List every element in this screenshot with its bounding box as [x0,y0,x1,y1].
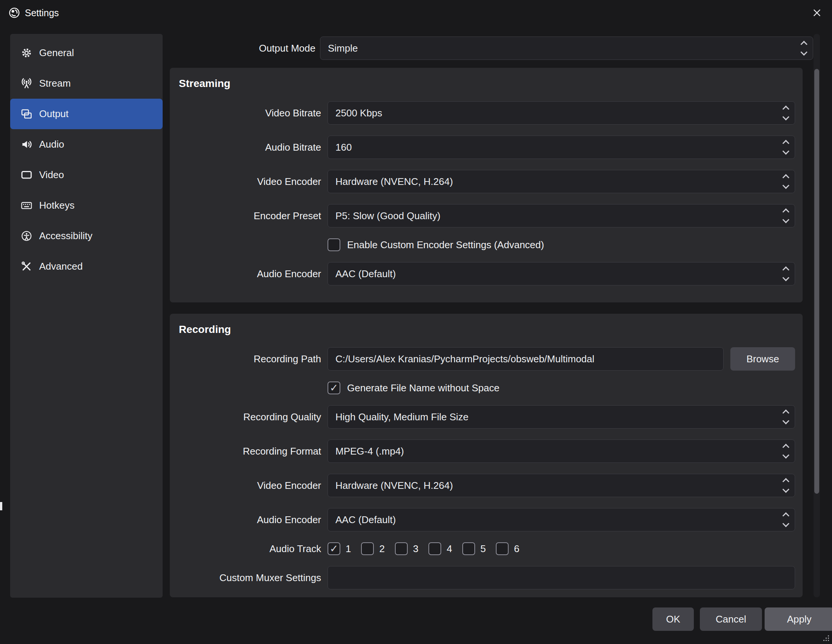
encoder-preset-label: Encoder Preset [179,210,328,222]
recording-format-row: Recording Format MPEG-4 (.mp4) [179,439,803,463]
recording-format-select[interactable]: MPEG-4 (.mp4) [328,439,795,463]
custom-muxer-input[interactable] [328,566,795,590]
resize-grip-icon[interactable] [822,634,830,642]
accessibility-icon [21,230,32,242]
stream-video-encoder-select[interactable]: Hardware (NVENC, H.264) [328,170,795,193]
spinner-arrows[interactable] [784,209,788,222]
output-icon [21,108,32,120]
recording-quality-row: Recording Quality High Quality, Medium F… [179,405,803,429]
output-mode-select[interactable]: Simple [320,37,813,60]
custom-muxer-label: Custom Muxer Settings [179,572,328,584]
audio-track-5-label: 5 [480,543,486,555]
audio-track-4: 4 [429,542,452,555]
video-bitrate-label: Video Bitrate [179,107,328,119]
audio-track-1-checkbox[interactable] [328,542,340,555]
audio-track-3-label: 3 [413,543,418,555]
audio-bitrate-label: Audio Bitrate [179,142,328,153]
spinner-arrows[interactable] [784,445,788,458]
output-mode-row: Output Mode Simple [170,37,813,60]
select-value: Hardware (NVENC, H.264) [336,480,453,492]
audio-track-3-checkbox[interactable] [395,542,408,555]
generate-filename-checkbox-label: Generate File Name without Space [347,382,499,394]
apply-button[interactable]: Apply [765,607,832,631]
audio-encoder-label: Audio Encoder [179,268,328,280]
speaker-icon [21,139,32,150]
recording-quality-label: Recording Quality [179,411,328,423]
sidebar-item-label: Advanced [39,261,83,272]
audio-track-6: 6 [496,542,519,555]
audio-bitrate-select[interactable]: 160 [328,136,795,159]
spinner-arrows[interactable] [784,479,788,492]
sidebar-item-hotkeys[interactable]: Hotkeys [10,190,163,221]
sidebar-item-label: Stream [39,78,71,89]
spinner-arrows[interactable] [784,268,788,280]
encoder-preset-select[interactable]: P5: Slow (Good Quality) [328,204,795,227]
sidebar-item-output[interactable]: Output [10,99,163,129]
sidebar-item-audio[interactable]: Audio [10,129,163,160]
audio-bitrate-row: Audio Bitrate 160 [179,136,803,159]
custom-muxer-row: Custom Muxer Settings [179,566,803,590]
cancel-button[interactable]: Cancel [700,607,762,631]
window-title: Settings [25,8,59,18]
sidebar-item-label: Accessibility [39,230,93,242]
spinner-arrows[interactable] [784,175,788,188]
close-button[interactable] [809,5,825,20]
audio-track-row: Audio Track 1 2 3 4 [179,542,803,555]
stream-video-encoder-row: Video Encoder Hardware (NVENC, H.264) [179,170,803,193]
sidebar-item-label: Hotkeys [39,200,75,211]
ok-button[interactable]: OK [653,607,694,631]
select-value: Simple [328,43,358,54]
recording-path-label: Recording Path [179,353,328,365]
scrollbar-thumb[interactable] [814,69,819,494]
stream-audio-encoder-row: Audio Encoder AAC (Default) [179,262,803,285]
audio-track-label: Audio Track [179,543,328,555]
audio-track-2-checkbox[interactable] [361,542,374,555]
recording-video-encoder-select[interactable]: Hardware (NVENC, H.264) [328,474,795,497]
sidebar-item-label: Audio [39,139,64,150]
select-value: MPEG-4 (.mp4) [336,445,404,457]
spinner-arrows[interactable] [802,42,806,54]
select-value: AAC (Default) [336,268,396,280]
stream-audio-encoder-select[interactable]: AAC (Default) [328,262,795,285]
video-bitrate-spinbox[interactable]: 2500 Kbps [328,101,795,125]
audio-track-4-checkbox[interactable] [429,542,441,555]
obs-logo-icon [8,7,20,19]
audio-track-3: 3 [395,542,418,555]
sidebar-item-stream[interactable]: Stream [10,68,163,99]
sidebar-item-general[interactable]: General [10,38,163,68]
select-value: AAC (Default) [336,514,396,526]
audio-track-4-label: 4 [446,543,452,555]
sidebar-item-video[interactable]: Video [10,160,163,190]
recording-path-row: Recording Path Browse [179,347,803,370]
custom-encoder-checkbox-label: Enable Custom Encoder Settings (Advanced… [347,239,544,251]
settings-window: Settings General Stream [0,0,832,644]
audio-track-1-label: 1 [346,543,351,555]
custom-encoder-checkbox[interactable] [328,239,340,251]
recording-quality-select[interactable]: High Quality, Medium File Size [328,405,795,429]
generate-filename-checkbox[interactable] [328,381,340,394]
custom-encoder-row: Enable Custom Encoder Settings (Advanced… [179,239,803,251]
select-value: 160 [336,142,352,153]
audio-track-5-checkbox[interactable] [462,542,475,555]
video-bitrate-row: Video Bitrate 2500 Kbps [179,101,803,125]
spinner-arrows[interactable] [784,410,788,423]
keyboard-icon [21,200,32,211]
spinner-arrows[interactable] [784,513,788,526]
spinner-arrows[interactable] [784,107,788,119]
sidebar-item-advanced[interactable]: Advanced [10,251,163,282]
recording-audio-encoder-row: Audio Encoder AAC (Default) [179,508,803,531]
recording-format-label: Recording Format [179,445,328,457]
recording-video-encoder-row: Video Encoder Hardware (NVENC, H.264) [179,474,803,497]
browse-button[interactable]: Browse [730,347,795,370]
recording-audio-encoder-select[interactable]: AAC (Default) [328,508,795,531]
recording-title: Recording [179,324,803,336]
sidebar-item-label: General [39,47,74,59]
recording-path-input[interactable] [328,347,723,370]
spinner-arrows[interactable] [784,141,788,154]
select-value: P5: Slow (Good Quality) [336,210,440,222]
select-value: High Quality, Medium File Size [336,411,469,423]
audio-track-1: 1 [328,542,351,555]
sidebar-item-accessibility[interactable]: Accessibility [10,221,163,251]
audio-track-2-label: 2 [379,543,384,555]
audio-track-6-checkbox[interactable] [496,542,509,555]
